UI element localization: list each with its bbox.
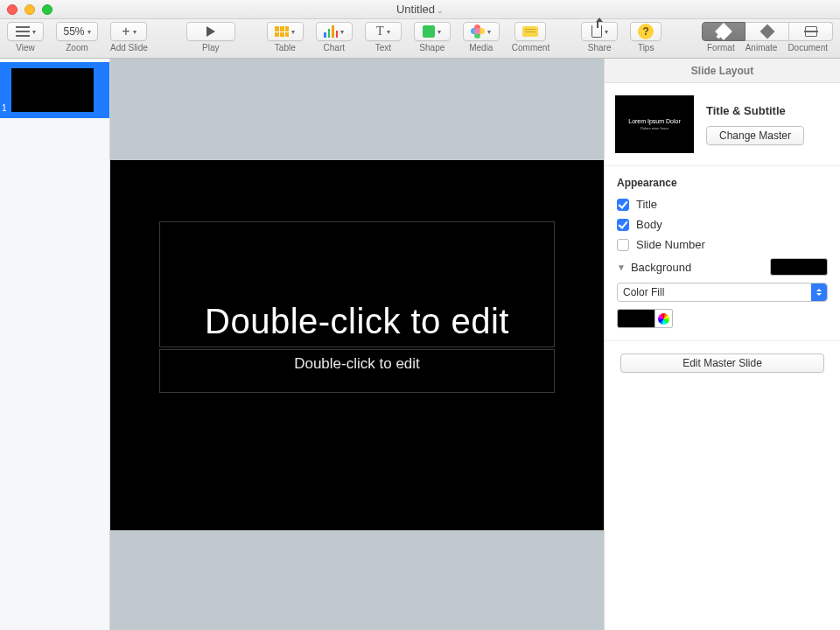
format-inspector: Slide Layout Lorem Ipsum Dolor Dolore en… xyxy=(604,59,840,630)
color-wheel-icon xyxy=(658,313,669,325)
minimize-window-button[interactable] xyxy=(24,4,35,15)
title-placeholder-text: Double-click to edit xyxy=(205,302,509,341)
slide-number-checkbox-label: Slide Number xyxy=(636,238,705,251)
background-color-row xyxy=(617,309,828,328)
master-thumb-title: Lorem Ipsum Dolor xyxy=(628,118,681,124)
body-checkbox-label: Body xyxy=(636,218,662,231)
toolbar: ▾ View 55% ▾ Zoom + ▾ Add Slide Play ▾ T… xyxy=(0,19,840,59)
comment-label: Comment xyxy=(512,43,550,52)
body-checkbox[interactable] xyxy=(617,219,629,231)
background-color-well[interactable] xyxy=(617,309,655,328)
title-checkbox[interactable] xyxy=(617,199,629,211)
share-label: Share xyxy=(588,43,612,52)
chart-icon xyxy=(324,25,338,38)
zoom-button[interactable]: 55% ▾ xyxy=(56,22,98,41)
media-icon xyxy=(471,24,485,38)
play-label: Play xyxy=(202,43,219,52)
subtitle-placeholder[interactable]: Double-click to edit xyxy=(159,349,555,393)
text-group: T ▾ Text xyxy=(365,22,402,52)
table-button[interactable]: ▾ xyxy=(267,22,304,41)
tips-label: Tips xyxy=(638,43,654,52)
title-placeholder[interactable]: Double-click to edit xyxy=(159,221,555,347)
zoom-group: 55% ▾ Zoom xyxy=(56,22,98,52)
slide-thumbnail[interactable]: 1 xyxy=(0,66,109,115)
zoom-window-button[interactable] xyxy=(42,4,52,15)
slide-canvas[interactable]: Double-click to edit Double-click to edi… xyxy=(110,59,604,630)
change-master-button[interactable]: Change Master xyxy=(706,126,804,145)
chevron-down-icon: ▾ xyxy=(387,28,390,36)
body-checkbox-row[interactable]: Body xyxy=(617,218,828,231)
chevron-down-icon: ▾ xyxy=(487,28,491,36)
chevron-down-icon: ▾ xyxy=(88,28,91,36)
play-button[interactable] xyxy=(186,22,235,41)
view-label: View xyxy=(16,43,35,52)
shape-group: ▾ Shape xyxy=(414,22,451,52)
document-icon xyxy=(805,26,817,37)
disclosure-triangle-icon[interactable]: ▼ xyxy=(617,262,626,272)
color-picker-button[interactable] xyxy=(655,309,673,328)
format-tab[interactable] xyxy=(702,22,746,41)
add-slide-button[interactable]: + ▾ xyxy=(110,22,147,41)
background-swatch[interactable] xyxy=(770,258,828,276)
chevron-down-icon: ▾ xyxy=(340,28,344,36)
chevron-down-icon: ▾ xyxy=(438,28,441,36)
shape-label: Shape xyxy=(419,43,444,52)
table-label: Table xyxy=(275,43,296,52)
media-button[interactable]: ▾ xyxy=(463,22,500,41)
slide-number-checkbox[interactable] xyxy=(617,239,629,251)
master-section: Lorem Ipsum Dolor Dolore enim fusce Titl… xyxy=(605,83,840,166)
media-label: Media xyxy=(469,43,493,52)
tips-group: ? Tips xyxy=(630,22,662,52)
slide-number: 1 xyxy=(2,103,7,113)
shape-icon xyxy=(423,25,435,38)
slide-number-checkbox-row[interactable]: Slide Number xyxy=(617,238,828,251)
tips-icon: ? xyxy=(638,24,654,39)
edit-master-slide-button[interactable]: Edit Master Slide xyxy=(620,354,824,373)
main-area: 1 Double-click to edit Double-click to e… xyxy=(0,59,840,630)
close-window-button[interactable] xyxy=(7,4,18,15)
chevron-down-icon: ▾ xyxy=(605,28,608,36)
traffic-lights xyxy=(7,4,52,15)
animate-label: Animate xyxy=(746,43,778,52)
inspector-tabs-group: Format Animate Document xyxy=(702,22,833,52)
inspector-tabs xyxy=(702,22,833,41)
document-title[interactable]: Untitled⌄ xyxy=(0,3,840,16)
select-stepper-icon xyxy=(811,284,827,301)
tips-button[interactable]: ? xyxy=(630,22,662,41)
master-thumb-subtitle: Dolore enim fusce xyxy=(640,126,668,130)
fill-type-select[interactable]: Color Fill xyxy=(617,283,828,302)
slide-thumbnail-preview xyxy=(9,66,96,115)
title-checkbox-label: Title xyxy=(636,198,657,211)
slide-navigator[interactable]: 1 xyxy=(0,59,110,630)
fill-type-value: Color Fill xyxy=(623,286,664,298)
text-button[interactable]: T ▾ xyxy=(365,22,402,41)
comment-icon xyxy=(522,26,538,37)
view-button[interactable]: ▾ xyxy=(7,22,44,41)
chart-label: Chart xyxy=(324,43,345,52)
title-checkbox-row[interactable]: Title xyxy=(617,198,828,211)
window-titlebar: Untitled⌄ xyxy=(0,0,840,19)
animate-tab[interactable] xyxy=(746,22,789,41)
master-thumbnail: Lorem Ipsum Dolor Dolore enim fusce xyxy=(615,95,694,153)
document-tab[interactable] xyxy=(789,22,833,41)
comment-button[interactable] xyxy=(514,22,546,41)
background-header[interactable]: ▼ Background xyxy=(617,258,828,276)
chevron-down-icon: ▾ xyxy=(32,28,36,36)
format-label: Format xyxy=(707,43,735,52)
share-group: ▾ Share xyxy=(581,22,618,52)
table-group: ▾ Table xyxy=(267,22,304,52)
comment-group: Comment xyxy=(512,22,550,52)
background-label: Background xyxy=(631,261,691,274)
text-icon: T xyxy=(376,24,384,38)
share-button[interactable]: ▾ xyxy=(581,22,618,41)
table-icon xyxy=(275,26,289,37)
subtitle-placeholder-text: Double-click to edit xyxy=(294,355,420,373)
play-icon xyxy=(206,26,215,37)
slide[interactable]: Double-click to edit Double-click to edi… xyxy=(110,160,604,530)
document-label: Document xyxy=(788,43,828,52)
shape-button[interactable]: ▾ xyxy=(414,22,451,41)
zoom-label: Zoom xyxy=(66,43,88,52)
brush-icon xyxy=(715,23,732,40)
chevron-down-icon: ⌄ xyxy=(437,6,444,15)
chart-button[interactable]: ▾ xyxy=(316,22,353,41)
